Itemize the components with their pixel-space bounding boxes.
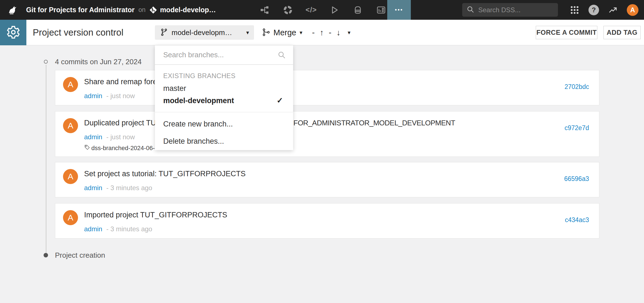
flow-icon[interactable] (259, 4, 270, 16)
create-new-branch-item[interactable]: Create new branch... (155, 120, 293, 128)
commit-time: - 3 minutes ago (106, 184, 152, 192)
commit-message: Set project as tutorial: TUT_GITFORPROJE… (84, 170, 246, 178)
tag-label: dss-branched-2024-06-2 (91, 145, 158, 152)
commit-hash-link[interactable]: c972e7d (565, 124, 589, 132)
help-icon[interactable]: ? (588, 5, 599, 15)
author-link[interactable]: admin (84, 225, 102, 233)
timeline-end-marker (44, 253, 48, 257)
check-icon: ✓ (277, 96, 283, 105)
timeline-line (46, 65, 46, 254)
gear-icon (6, 25, 21, 40)
branch-option-model-development[interactable]: model-development (155, 96, 293, 105)
author-link[interactable]: admin (84, 133, 102, 141)
apps-grid-icon[interactable] (569, 4, 580, 16)
chevron-down-icon: ▾ (300, 29, 302, 36)
search-icon (278, 51, 286, 60)
timeline-start-marker (44, 60, 48, 64)
more-menu-icon[interactable]: ••• (387, 0, 411, 20)
author-link[interactable]: admin (84, 92, 102, 100)
jobs-stack-icon[interactable] (352, 4, 363, 16)
branch-search-row (155, 45, 293, 65)
avatar: A (63, 77, 78, 92)
commit-tag: dss-branched-2024-06-2 (84, 144, 158, 152)
branch-dropdown-panel: EXISTING BRANCHES master model-developme… (155, 45, 293, 150)
topbar-on-label: on (139, 6, 146, 14)
existing-branches-label: EXISTING BRANCHES (163, 72, 236, 80)
chevron-down-icon: ▾ (246, 29, 249, 36)
top-navbar: Git for Projects for Administrator on mo… (0, 0, 644, 20)
topbar-nav-icons: </> (259, 0, 387, 20)
merge-button[interactable]: Merge ▾ (262, 25, 302, 40)
commit-meta: admin - just now (84, 92, 135, 100)
topbar-branch-name[interactable]: model-develop… (160, 6, 216, 14)
commit-time: - just now (106, 92, 135, 100)
commit-message: Share and remap foreig (84, 78, 163, 86)
commit-meta: admin - 3 minutes ago (84, 225, 152, 233)
avatar: A (63, 169, 78, 184)
git-branch-icon (160, 28, 168, 37)
topbar-right-group: ? A (569, 0, 638, 20)
commit-card: A Share and remap foreig admin - just no… (55, 70, 599, 105)
avatar: A (63, 118, 78, 133)
search-icon (467, 6, 474, 14)
avatar: A (63, 210, 78, 225)
page-title: Project version control (33, 20, 123, 45)
commits-group-label: 4 commits on Jun 27, 2024 (55, 58, 142, 66)
global-search-box[interactable] (462, 3, 558, 17)
project-creation-label: Project creation (55, 251, 105, 260)
chevron-down-icon: ▾ (348, 29, 351, 36)
add-tag-button[interactable]: ADD TAG (603, 26, 641, 39)
commit-meta: admin - just now (84, 133, 135, 141)
commit-meta: admin - 3 minutes ago (84, 184, 152, 192)
commit-hash-link[interactable]: 2702bdc (565, 83, 589, 91)
author-link[interactable]: admin (84, 184, 102, 192)
code-icon[interactable]: </> (306, 4, 317, 16)
git-merge-icon (262, 28, 271, 38)
push-pull-status: - ↑ - ↓ (312, 28, 341, 37)
commit-message-left: Duplicated project TUT_ (84, 119, 165, 127)
topbar-project-title[interactable]: Git for Projects for Administrator (26, 6, 135, 14)
branch-search-input[interactable] (163, 45, 271, 64)
user-avatar[interactable]: A (627, 4, 638, 16)
commit-hash-link[interactable]: 66596a3 (564, 175, 589, 183)
push-pull-control[interactable]: - ↑ - ↓ ▾ (312, 25, 351, 40)
dashboard-icon[interactable] (376, 4, 387, 16)
global-search-input[interactable] (478, 6, 550, 14)
trend-arrow-icon[interactable] (607, 4, 618, 16)
force-commit-button[interactable]: FORCE A COMMIT (536, 26, 597, 39)
commit-message-right: FOR_ADMINISTRATOR_MODEL_DEVELOPMENT (293, 119, 455, 127)
page-header: Project version control model-developm… … (0, 20, 644, 45)
branch-selector-label: model-developm… (172, 28, 232, 37)
delete-branches-item[interactable]: Delete branches... (155, 137, 293, 146)
commit-history: 4 commits on Jun 27, 2024 A Share and re… (0, 45, 644, 303)
commit-time: - 3 minutes ago (106, 225, 152, 233)
commit-card: A Set project as tutorial: TUT_GITFORPRO… (55, 162, 599, 197)
commit-card: A Imported project TUT_GITFORPROJECTS ad… (55, 203, 599, 239)
dataiku-bird-logo-icon[interactable] (7, 4, 18, 16)
branch-option-master[interactable]: master (155, 84, 293, 93)
dropdown-divider (155, 112, 293, 112)
merge-label: Merge (273, 28, 296, 37)
topbar-left-group: Git for Projects for Administrator on mo… (7, 0, 216, 20)
commit-hash-link[interactable]: c434ac3 (565, 216, 589, 224)
scenarios-play-icon[interactable] (329, 4, 340, 16)
tag-icon (84, 144, 91, 152)
commit-time: - just now (106, 133, 135, 141)
branch-selector-button[interactable]: model-developm… ▾ (155, 25, 254, 40)
commit-message: Imported project TUT_GITFORPROJECTS (84, 211, 227, 219)
settings-tile[interactable] (0, 20, 26, 45)
project-branch-diamond-icon (149, 6, 157, 14)
commit-card: A Duplicated project TUT_ FOR_ADMINISTRA… (55, 111, 599, 157)
lab-icon[interactable] (282, 4, 293, 16)
